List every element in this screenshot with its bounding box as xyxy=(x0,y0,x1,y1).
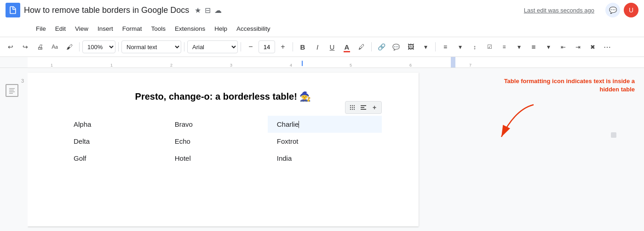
bold-button[interactable]: B xyxy=(296,40,310,54)
bullet-dropdown-button[interactable]: ▾ xyxy=(512,40,526,54)
table-cell-india[interactable]: India xyxy=(268,150,382,167)
star-icon[interactable]: ★ xyxy=(195,6,201,15)
align-button[interactable]: ≡ xyxy=(438,40,452,54)
document-heading: Presto, change-o: a borderless table! 🧙 xyxy=(64,91,382,102)
toolbar-divider-4 xyxy=(241,42,241,51)
table-cell-alpha[interactable]: Alpha xyxy=(64,116,166,133)
table-cell-delta[interactable]: Delta xyxy=(64,133,166,150)
svg-point-9 xyxy=(354,107,355,108)
text-style-select[interactable]: Normal text Heading 1 Heading 2 Heading … xyxy=(121,40,181,53)
doc-icon xyxy=(6,3,20,17)
toolbar-divider-7 xyxy=(435,42,436,51)
ruler-inner: 1 1 2 3 4 5 6 7 xyxy=(28,57,644,68)
svg-point-12 xyxy=(354,109,355,110)
cloud-icon[interactable]: ☁ xyxy=(214,6,222,15)
increase-indent-button[interactable]: ⇥ xyxy=(571,40,585,54)
svg-rect-3 xyxy=(9,93,13,94)
menu-view[interactable]: View xyxy=(71,23,92,34)
annotation-area: Table formatting icon indicates text is … xyxy=(419,68,644,231)
font-size-decrease-button[interactable]: − xyxy=(244,40,258,54)
highlight-color-button[interactable]: 🖊 xyxy=(355,40,368,54)
font-size-input[interactable] xyxy=(259,40,275,53)
italic-button[interactable]: I xyxy=(310,40,324,54)
paint-format-button[interactable]: 🖌 xyxy=(63,40,76,54)
menu-edit[interactable]: Edit xyxy=(52,23,69,34)
last-edit-label: Last edit was seconds ago xyxy=(524,7,594,14)
text-color-button[interactable]: A xyxy=(340,40,354,54)
user-avatar[interactable]: U xyxy=(624,3,638,17)
table-wrapper: + Alpha Bravo Charlie Delta Echo Foxtrot xyxy=(64,116,382,167)
comments-icon[interactable]: 💬 xyxy=(605,3,620,17)
ruler: 1 1 2 3 4 5 6 7 xyxy=(0,57,644,68)
toolbar: ↩ ↪ 🖨 Aa 🖌 100% 75% 50% 125% 150% Normal… xyxy=(0,37,644,57)
print-button[interactable]: 🖨 xyxy=(33,40,47,54)
spellcheck-button[interactable]: Aa xyxy=(48,40,62,54)
image-dropdown-button[interactable]: ▾ xyxy=(419,40,432,54)
table-cell-charlie[interactable]: Charlie xyxy=(268,116,382,133)
text-cursor xyxy=(299,121,299,128)
document-page: Presto, change-o: a borderless table! 🧙 xyxy=(28,73,419,226)
menu-help[interactable]: Help xyxy=(211,23,231,34)
svg-rect-15 xyxy=(361,109,366,110)
menu-format[interactable]: Format xyxy=(119,23,146,34)
svg-point-10 xyxy=(350,109,351,110)
menu-accessibility[interactable]: Accessibility xyxy=(233,23,274,34)
image-button[interactable]: 🖼 xyxy=(404,40,418,54)
align-dropdown-button[interactable]: ▾ xyxy=(453,40,467,54)
table-cell-foxtrot[interactable]: Foxtrot xyxy=(268,133,382,150)
svg-rect-2 xyxy=(9,91,15,92)
left-gutter: 3 xyxy=(0,68,28,231)
table-cell-golf[interactable]: Golf xyxy=(64,150,166,167)
svg-point-6 xyxy=(354,105,355,106)
undo-button[interactable]: ↩ xyxy=(4,40,17,54)
annotation-arrow xyxy=(488,100,543,146)
svg-rect-0 xyxy=(9,88,15,89)
zoom-select[interactable]: 100% 75% 50% 125% 150% xyxy=(82,40,115,53)
underline-button[interactable]: U xyxy=(325,40,339,54)
table-cell-bravo[interactable]: Bravo xyxy=(166,116,268,133)
svg-point-11 xyxy=(352,109,353,110)
numbered-dropdown-button[interactable]: ▾ xyxy=(541,40,555,54)
toolbar-divider-6 xyxy=(371,42,372,51)
borderless-table: Alpha Bravo Charlie Delta Echo Foxtrot G… xyxy=(64,116,382,167)
table-cell-echo[interactable]: Echo xyxy=(166,133,268,150)
font-size-increase-button[interactable]: + xyxy=(276,40,290,54)
title-bar: How to remove table borders in Google Do… xyxy=(0,0,644,20)
font-size-area: − + xyxy=(244,40,290,54)
table-move-icon[interactable] xyxy=(347,102,357,113)
line-spacing-button[interactable]: ↕ xyxy=(468,40,482,54)
table-row: Delta Echo Foxtrot xyxy=(64,133,382,150)
table-of-contents-icon[interactable] xyxy=(6,84,18,97)
svg-point-8 xyxy=(352,107,353,108)
comment-button[interactable]: 💬 xyxy=(389,40,403,54)
menu-tools[interactable]: Tools xyxy=(148,23,170,34)
table-cell-hotel[interactable]: Hotel xyxy=(166,150,268,167)
clear-format-button[interactable]: ✖ xyxy=(586,40,599,54)
title-action-icons: ★ ⊟ ☁ xyxy=(195,6,222,15)
svg-point-5 xyxy=(352,105,353,106)
menu-extensions[interactable]: Extensions xyxy=(171,23,209,34)
bullet-list-button[interactable]: ≡ xyxy=(497,40,511,54)
svg-rect-13 xyxy=(361,105,366,106)
more-options-button[interactable]: ⋯ xyxy=(600,40,614,54)
page-area: 3 Presto, change-o: a borderless table! … xyxy=(0,68,644,231)
table-add-icon[interactable]: + xyxy=(369,102,380,113)
toolbar-divider-1 xyxy=(79,42,80,51)
table-format-icon[interactable] xyxy=(358,102,368,113)
drive-icon[interactable]: ⊟ xyxy=(205,6,211,15)
redo-button[interactable]: ↪ xyxy=(18,40,32,54)
menu-file[interactable]: File xyxy=(32,23,50,34)
menu-insert[interactable]: Insert xyxy=(94,23,117,34)
font-select[interactable]: Arial Times New Roman Courier New xyxy=(187,40,238,53)
decrease-indent-button[interactable]: ⇤ xyxy=(556,40,570,54)
document-title: How to remove table borders in Google Do… xyxy=(24,6,189,15)
menu-bar: File Edit View Insert Format Tools Exten… xyxy=(0,20,644,37)
toolbar-divider-2 xyxy=(118,42,119,51)
link-button[interactable]: 🔗 xyxy=(374,40,388,54)
svg-rect-1 xyxy=(9,90,14,91)
checklist-button[interactable]: ☑ xyxy=(483,40,496,54)
toolbar-divider-5 xyxy=(293,42,293,51)
toolbar-divider-3 xyxy=(184,42,184,51)
numbered-list-button[interactable]: ≣ xyxy=(527,40,540,54)
svg-point-4 xyxy=(350,105,351,106)
